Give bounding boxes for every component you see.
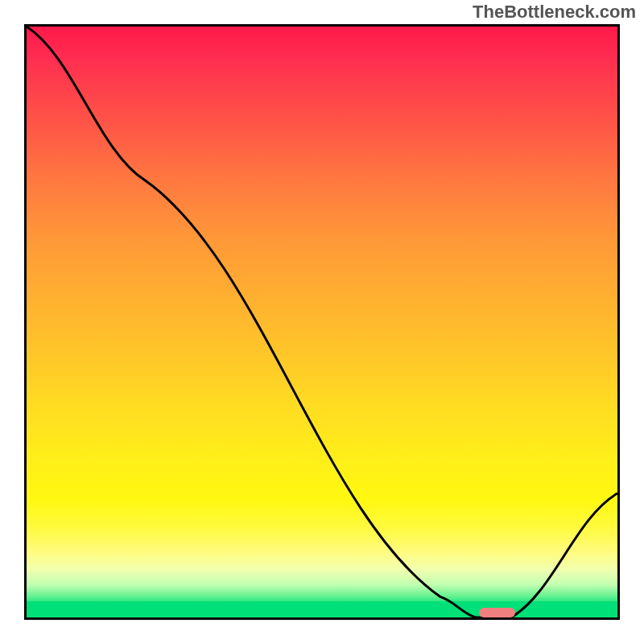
chart-container bbox=[24, 24, 620, 620]
optimal-range-marker bbox=[479, 608, 514, 617]
bottleneck-curve-path bbox=[27, 27, 617, 617]
bottleneck-curve-svg bbox=[27, 27, 617, 617]
watermark-text: TheBottleneck.com bbox=[473, 2, 636, 23]
